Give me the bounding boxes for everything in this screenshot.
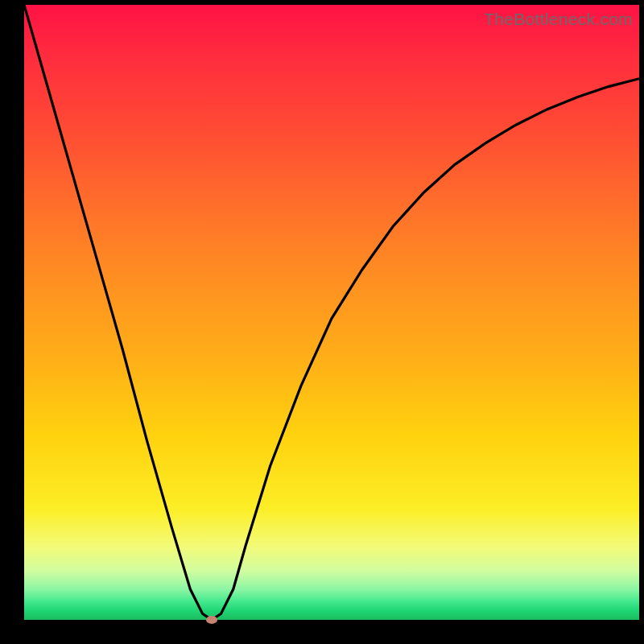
bottleneck-curve	[24, 5, 639, 620]
watermark-text: TheBottleneck.com	[484, 10, 633, 29]
minimum-point-marker	[206, 616, 217, 624]
chart-frame: TheBottleneck.com	[0, 0, 644, 644]
curve-path	[24, 5, 639, 620]
plot-area: TheBottleneck.com	[24, 5, 639, 620]
